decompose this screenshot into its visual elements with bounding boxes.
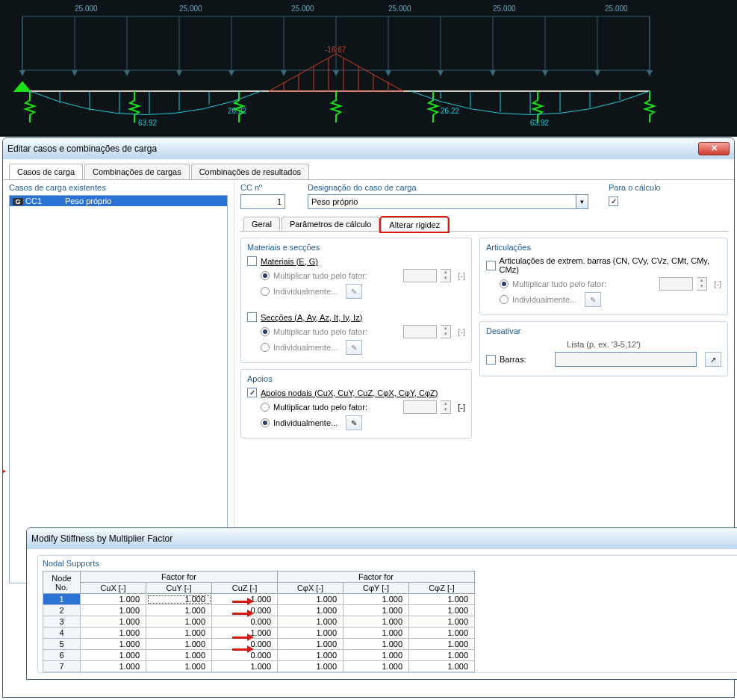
tab-load-cases[interactable]: Casos de carga [9, 164, 83, 179]
factor-cell[interactable]: 1.000 [343, 605, 409, 616]
deactivate-bars-checkbox[interactable] [486, 355, 496, 365]
factor-cell[interactable]: 1.000 [409, 594, 475, 605]
sections-multiply-radio[interactable] [261, 327, 270, 336]
table-row[interactable]: 71.0001.0001.0001.0001.0001.000 [43, 661, 738, 672]
factor-cell[interactable]: 1.000 [146, 639, 212, 650]
edit-icon[interactable]: ✎ [346, 284, 362, 299]
table-row[interactable]: 11.0001.0001.0001.0001.0001.000 [43, 594, 738, 605]
node-number: 4 [43, 628, 81, 639]
factor-cell[interactable]: 1.000 [343, 639, 409, 650]
factor-cell[interactable]: 1.000 [81, 605, 146, 616]
factor-cell[interactable]: 1.000 [146, 661, 212, 672]
table-row[interactable]: 21.0001.0000.0001.0001.0001.000 [43, 605, 738, 616]
stepper-icon[interactable]: ▲▼ [441, 269, 451, 282]
svg-marker-22 [438, 70, 444, 76]
supports-multiply-radio[interactable] [261, 403, 270, 412]
factor-cell[interactable]: 1.000 [278, 594, 343, 605]
materials-individual-radio[interactable] [261, 287, 270, 296]
subtab-calc-params[interactable]: Parâmetros de cálculo [282, 217, 379, 231]
factor-cell[interactable]: 0.000 [212, 650, 278, 661]
factor-cell[interactable]: 1.000 [146, 605, 212, 616]
designation-input[interactable] [308, 194, 576, 209]
stepper-icon[interactable]: ▲▼ [441, 400, 451, 414]
factor-cell[interactable]: 1.000 [81, 639, 146, 650]
moment-value: 63.92 [530, 119, 549, 127]
subtab-general[interactable]: Geral [243, 217, 280, 231]
edit-icon[interactable]: ✎ [346, 415, 362, 430]
cases-list[interactable]: GCC1 Peso próprio [9, 195, 228, 583]
close-button[interactable]: ✕ [698, 142, 730, 155]
factor-cell[interactable]: 1.000 [146, 594, 212, 605]
pick-icon[interactable]: ↗ [705, 352, 721, 367]
materials-multiply-radio[interactable] [261, 271, 270, 280]
factor-cell[interactable]: 1.000 [409, 616, 475, 628]
joints-factor-input[interactable] [659, 277, 693, 291]
factor-cell[interactable]: 1.000 [212, 661, 278, 672]
node-number: 6 [43, 650, 81, 661]
factor-cell[interactable]: 1.000 [278, 628, 343, 639]
factor-cell[interactable]: 1.000 [146, 616, 212, 628]
nodal-supports-checkbox[interactable]: ✓ [247, 388, 257, 397]
subtab-modify-stiffness[interactable]: Alterar rigidez [381, 217, 448, 232]
table-row[interactable]: 31.0001.0000.0001.0001.0001.000 [43, 616, 738, 628]
factor-cell[interactable]: 1.000 [343, 661, 409, 672]
factor-cell[interactable]: 1.000 [409, 650, 475, 661]
joints-multiply-radio[interactable] [500, 279, 509, 288]
factor-cell[interactable]: 1.000 [409, 628, 475, 639]
factor-cell[interactable]: 1.000 [278, 616, 343, 628]
table-row[interactable]: 41.0001.0001.0001.0001.0001.000 [43, 628, 738, 639]
factor-cell[interactable]: 1.000 [343, 616, 409, 628]
svg-marker-18 [228, 70, 234, 76]
factor-cell[interactable]: 1.000 [278, 639, 343, 650]
factor-cell[interactable]: 1.000 [146, 650, 212, 661]
edit-icon[interactable]: ✎ [346, 340, 362, 355]
stepper-icon[interactable]: ▲▼ [441, 325, 451, 338]
joints-individual-radio[interactable] [500, 295, 509, 304]
stepper-icon[interactable]: ▲▼ [697, 277, 707, 291]
factor-cell[interactable]: 1.000 [81, 650, 146, 661]
dialog2-titlebar[interactable]: Modify Stiffness by Multiplier Factor ✕ [27, 528, 737, 549]
factor-cell[interactable]: 1.000 [409, 661, 475, 672]
factor-cell[interactable]: 1.000 [343, 650, 409, 661]
moment-value: 26.22 [441, 107, 459, 115]
factor-cell[interactable]: 1.000 [278, 605, 343, 616]
dialog-title: Editar casos e combinações de carga [7, 143, 157, 154]
designation-dropdown[interactable]: ▾ [576, 194, 588, 209]
factor-cell[interactable]: 1.000 [278, 650, 343, 661]
moment-value: 63.92 [138, 119, 157, 127]
materials-factor-input[interactable] [403, 269, 437, 282]
factor-cell[interactable]: 1.000 [343, 628, 409, 639]
list-item[interactable]: GCC1 Peso próprio [10, 196, 227, 206]
supports-factor-input[interactable] [403, 400, 437, 414]
sections-factor-input[interactable] [403, 325, 437, 338]
supports-individual-radio[interactable] [261, 418, 270, 427]
factor-cell[interactable]: 1.000 [146, 628, 212, 639]
factor-cell[interactable]: 1.000 [81, 594, 146, 605]
svg-marker-37 [15, 82, 30, 91]
ccnum-input[interactable] [240, 194, 285, 209]
edit-icon[interactable]: ✎ [585, 292, 601, 307]
factor-cell[interactable]: 1.000 [81, 661, 146, 672]
factor-cell[interactable]: 1.000 [81, 616, 146, 628]
sections-checkbox[interactable] [247, 312, 257, 322]
materials-sections-group: Materiais e secções Materiais (E, G) Mul… [240, 238, 472, 363]
for-calc-checkbox[interactable]: ✓ [609, 196, 618, 206]
factor-cell[interactable]: 1.000 [343, 594, 409, 605]
tab-load-combos[interactable]: Combinações de cargas [84, 164, 190, 179]
factor-cell[interactable]: 1.000 [278, 661, 343, 672]
factor-cell[interactable]: 1.000 [212, 594, 278, 605]
factor-cell[interactable]: 1.000 [409, 605, 475, 616]
joints-checkbox[interactable] [486, 261, 496, 270]
dialog-titlebar[interactable]: Editar casos e combinações de carga ✕ [3, 138, 734, 159]
factor-cell[interactable]: 1.000 [409, 639, 475, 650]
table-row[interactable]: 61.0001.0000.0001.0001.0001.000 [43, 650, 738, 661]
factor-cell[interactable]: 0.000 [212, 616, 278, 628]
sections-individual-radio[interactable] [261, 343, 270, 352]
factor-cell[interactable]: 1.000 [81, 628, 146, 639]
col-node-no: NodeNo. [43, 572, 81, 594]
deactivate-list-input[interactable] [555, 352, 697, 367]
table-row[interactable]: 51.0001.0000.0001.0001.0001.000 [43, 639, 738, 650]
nodal-supports-table[interactable]: NodeNo. Factor for Factor for CuX [-] Cu… [43, 571, 737, 672]
tab-result-combos[interactable]: Combinações de resultados [191, 164, 309, 179]
materials-checkbox[interactable] [247, 256, 257, 266]
